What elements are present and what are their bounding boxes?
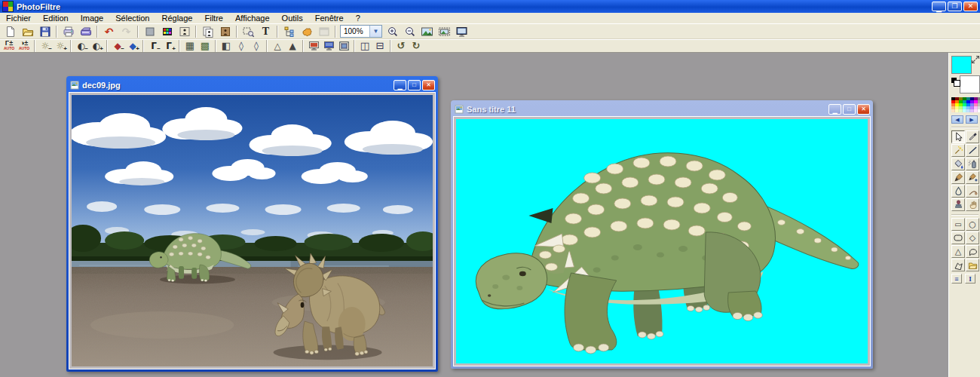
new-file-button[interactable] <box>2 24 19 38</box>
menu-item-fichier[interactable]: Fichier <box>0 14 37 23</box>
zoom-in-button[interactable] <box>384 24 401 38</box>
sharpen-button[interactable]: ▲ <box>285 40 300 52</box>
photo-canvas[interactable] <box>72 95 433 366</box>
menu-item-slection[interactable]: Sélection <box>109 14 155 23</box>
text-button[interactable]: T <box>257 24 274 38</box>
fit-image-button[interactable] <box>418 24 436 38</box>
tool-line[interactable] <box>966 144 979 157</box>
window-titlebar[interactable]: dec09.jpg ▁ □ ✕ <box>69 78 436 92</box>
shape-rectangle[interactable]: ▭ <box>951 218 965 231</box>
undo-button[interactable]: ↶ <box>100 24 118 38</box>
shape-rhombus[interactable]: ◇ <box>966 231 979 244</box>
menu-item-rglage[interactable]: Réglage <box>156 14 199 23</box>
shape-lasso[interactable] <box>966 245 979 258</box>
menu-item-?[interactable]: ? <box>350 14 366 23</box>
show-selection-button[interactable] <box>176 24 193 38</box>
print-button[interactable] <box>60 24 77 38</box>
tool-move[interactable] <box>966 198 979 211</box>
tool-fill[interactable] <box>951 158 965 170</box>
open-file-button[interactable] <box>19 24 36 38</box>
app-restore-button[interactable]: ❐ <box>948 2 962 11</box>
menu-item-outils[interactable]: Outils <box>276 14 309 23</box>
foreground-color-swatch[interactable] <box>951 56 972 74</box>
redo-button[interactable]: ↷ <box>118 24 135 38</box>
rgb-colors-button[interactable] <box>158 24 176 38</box>
selection-smooth-button[interactable]: ≡ <box>951 274 962 284</box>
swap-colors-icon[interactable] <box>971 55 980 64</box>
palette-prev-button[interactable]: ◀ <box>951 115 963 124</box>
window-titlebar[interactable]: Sans titre 11 ▁ □ ✕ <box>453 103 871 116</box>
image-window-dec09[interactable]: dec09.jpg ▁ □ ✕ <box>66 76 438 372</box>
background-color-swatch[interactable] <box>960 75 980 93</box>
rotate-left-button[interactable]: ↺ <box>394 40 409 52</box>
tool-pipette[interactable] <box>966 130 979 143</box>
window-minimize-button[interactable]: ▁ <box>394 80 406 90</box>
photomask-button[interactable] <box>336 40 351 52</box>
default-colors-icon[interactable] <box>951 78 960 86</box>
paste-as-selection-button[interactable] <box>240 24 257 38</box>
zoom-combobox[interactable]: 100% ▼ <box>340 25 382 38</box>
selection-invert-button[interactable]: I <box>965 274 975 284</box>
full-screen-button[interactable] <box>453 24 470 38</box>
menu-item-edition[interactable]: Edition <box>37 14 75 23</box>
save-button[interactable] <box>36 24 54 38</box>
plugins-button[interactable] <box>298 24 315 38</box>
zoom-out-button[interactable] <box>401 24 418 38</box>
load-selection[interactable] <box>966 259 979 271</box>
window-maximize-button[interactable]: □ <box>408 80 421 90</box>
tool-clone-stamp[interactable] <box>951 198 965 211</box>
bitmap-image-button[interactable] <box>216 24 234 38</box>
tool-magic-wand[interactable] <box>951 144 965 157</box>
mosaic-coarse-button[interactable]: ▩ <box>198 40 213 52</box>
saturation-minus-button[interactable]: ◆− <box>110 40 125 52</box>
window-minimize-button[interactable]: ▁ <box>828 104 841 115</box>
browse-window-button[interactable] <box>315 24 332 38</box>
saturation-plus-button[interactable]: ◆+ <box>125 40 140 52</box>
soften-button[interactable]: ◊ <box>234 40 249 52</box>
shape-ellipse[interactable]: ○ <box>966 218 979 231</box>
shape-polygon[interactable] <box>951 259 965 271</box>
tool-blur[interactable] <box>951 185 965 198</box>
window-maximize-button[interactable]: □ <box>843 104 856 115</box>
brightness-plus-button[interactable]: ☼+ <box>53 40 68 52</box>
image-window-sans-titre-11[interactable]: Sans titre 11 ▁ □ ✕ <box>451 100 873 369</box>
image-size-button[interactable] <box>141 24 158 38</box>
fit-window-button[interactable] <box>436 24 453 38</box>
gamma-minus-button[interactable]: Γ− <box>146 40 161 52</box>
palette-next-button[interactable]: ▶ <box>966 115 978 124</box>
relief-button[interactable]: ◧ <box>219 40 234 52</box>
contrast-minus-button[interactable]: ◐− <box>74 40 89 52</box>
window-close-button[interactable]: ✕ <box>857 104 870 115</box>
reinforce-button[interactable]: △ <box>270 40 285 52</box>
dust-reduction-button[interactable] <box>306 40 321 52</box>
flip-horizontal-button[interactable]: ◫ <box>357 40 372 52</box>
menu-item-filtre[interactable]: Filtre <box>198 14 228 23</box>
auto-levels-button[interactable]: Γ±AUTO <box>2 40 17 52</box>
duplicate-image-button[interactable] <box>199 24 216 38</box>
shape-rounded-rectangle[interactable] <box>951 231 965 244</box>
image-explorer-button[interactable] <box>280 24 298 38</box>
menu-item-affichage[interactable]: Affichage <box>229 14 276 23</box>
tool-arrow[interactable] <box>951 130 965 143</box>
app-close-button[interactable]: ✕ <box>963 2 978 11</box>
brightness-minus-button[interactable]: ☼− <box>38 40 53 52</box>
tool-advanced-brush[interactable] <box>966 171 979 184</box>
scan-button[interactable] <box>77 24 94 38</box>
scan-lines-button[interactable] <box>321 40 336 52</box>
menu-item-fentre[interactable]: Fenêtre <box>309 14 350 23</box>
tool-paintbrush[interactable] <box>951 171 965 184</box>
auto-contrast-button[interactable]: ◑±AUTO <box>17 40 32 52</box>
tool-smudge[interactable] <box>966 185 979 198</box>
drawing-canvas[interactable] <box>456 119 868 363</box>
tool-airbrush[interactable] <box>966 158 979 170</box>
app-minimize-button[interactable]: ▁ <box>932 2 946 11</box>
blur-button[interactable]: ◊ <box>249 40 264 52</box>
window-close-button[interactable]: ✕ <box>422 80 435 90</box>
flip-vertical-button[interactable]: ⊟ <box>372 40 387 52</box>
menu-item-image[interactable]: Image <box>75 14 110 23</box>
contrast-plus-button[interactable]: ◐+ <box>89 40 104 52</box>
shape-triangle[interactable]: △ <box>951 245 965 258</box>
gamma-plus-button[interactable]: Γ+ <box>161 40 176 52</box>
zoom-dropdown-button[interactable]: ▼ <box>369 26 381 37</box>
rotate-right-button[interactable]: ↻ <box>409 40 424 52</box>
